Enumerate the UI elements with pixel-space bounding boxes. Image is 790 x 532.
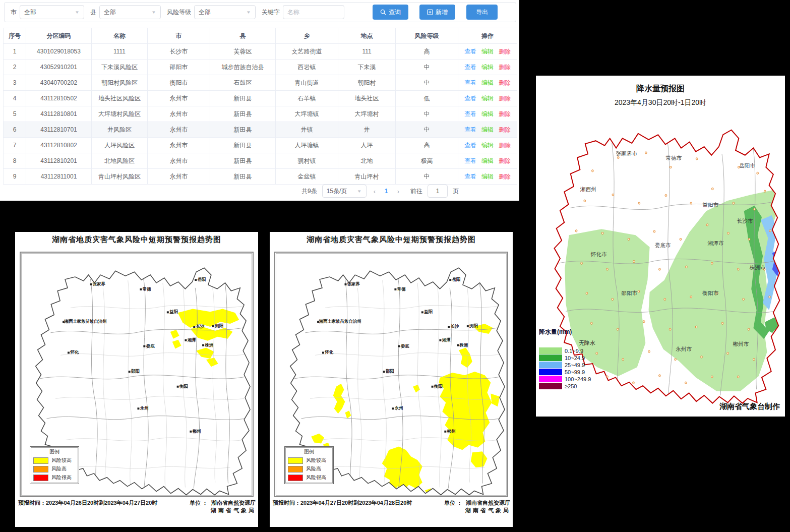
county-filter-select[interactable]: 全部 ▼ (99, 5, 161, 19)
trend-map-panel-2: 湖南省地质灾害气象风险中短期预警预报趋势图 张家界常德岳阳湘西土家族苗族自治州益… (270, 232, 513, 527)
trend-legend: 图例 风险较高风险高风险很高 (30, 446, 79, 484)
search-button[interactable]: 查询 (373, 5, 408, 20)
city-label: 常德市 (666, 155, 682, 161)
city-label: 湘西土家族苗族自治州 (319, 319, 361, 324)
city-marker (394, 288, 396, 290)
add-button[interactable]: 新增 (419, 5, 455, 20)
station-marker (711, 188, 713, 190)
station-marker (645, 152, 647, 154)
current-page[interactable]: 1 (383, 188, 390, 195)
unit-line2: 湖南省气象局 (465, 507, 511, 514)
cell-code: 43040700202 (26, 75, 92, 91)
edit-link[interactable]: 编辑 (481, 79, 494, 86)
city-marker (143, 345, 145, 347)
legend-swatch (288, 466, 303, 472)
view-link[interactable]: 查看 (464, 173, 476, 180)
goto-page-input[interactable] (428, 185, 448, 198)
station-marker (628, 238, 630, 240)
station-marker (696, 158, 698, 160)
edit-link[interactable]: 编辑 (481, 64, 494, 71)
view-link[interactable]: 查看 (464, 95, 476, 102)
prev-page-button[interactable]: ‹ (372, 188, 378, 195)
legend-swatch (33, 466, 48, 472)
cell-place: 下未溪 (338, 60, 396, 75)
trend-map-box: 张家界常德岳阳湘西土家族苗族自治州益阳长沙浏阳湘潭株洲娄底怀化邵阳衡阳永州郴州 … (20, 252, 254, 497)
view-link[interactable]: 查看 (464, 142, 476, 149)
risk-level-filter-select[interactable]: 全部 ▼ (194, 5, 256, 19)
legend-title: 图例 (288, 448, 330, 455)
city-label: 浏阳 (214, 323, 223, 328)
goto-page-suffix: 页 (453, 187, 459, 196)
delete-link[interactable]: 删除 (499, 142, 511, 149)
delete-link[interactable]: 删除 (499, 126, 511, 133)
station-marker (769, 296, 771, 298)
export-button[interactable]: 导出 (466, 5, 498, 20)
precip-map-title: 降水量预报图 (536, 76, 785, 94)
view-link[interactable]: 查看 (464, 110, 476, 117)
delete-link[interactable]: 删除 (499, 64, 511, 71)
legend-label: 50~99.9 (565, 369, 585, 375)
edit-link[interactable]: 编辑 (481, 110, 494, 117)
precip-legend-title: 降水量(mm) (539, 328, 599, 336)
legend-label: 风险很高 (306, 474, 326, 481)
edit-link[interactable]: 编辑 (481, 173, 494, 180)
trend-map-title: 湖南省地质灾害气象风险中短期预警预报趋势图 (270, 232, 513, 245)
city-label: 永州 (394, 405, 403, 410)
city-marker (140, 288, 142, 290)
risk-level-filter-label: 风险等级 (167, 8, 191, 17)
city-filter-select[interactable]: 全部 ▼ (20, 5, 84, 19)
city-marker (449, 279, 451, 281)
city-label: 娄底 (401, 343, 409, 348)
delete-link[interactable]: 删除 (499, 79, 511, 86)
city-marker (432, 386, 434, 388)
cell-town: 井镇 (276, 122, 338, 138)
cell-actions: 查看编辑删除 (458, 44, 517, 60)
column-header: 地点 (338, 28, 396, 44)
keyword-input[interactable] (287, 9, 340, 16)
precip-legend: 降水量(mm) 无降水0.1~9.910~24.925~49.950~99.91… (539, 328, 599, 389)
view-link[interactable]: 查看 (464, 157, 476, 164)
view-link[interactable]: 查看 (464, 126, 476, 133)
table-row: 743112810802人坪风险区永州市新田县人坪塘镇人坪高查看编辑删除 (4, 138, 517, 153)
delete-link[interactable]: 删除 (499, 95, 511, 102)
edit-link[interactable]: 编辑 (481, 157, 494, 164)
legend-swatch (539, 383, 562, 389)
edit-link[interactable]: 编辑 (481, 126, 494, 133)
cell-town: 西岩镇 (276, 60, 338, 75)
city-label: 永州 (140, 405, 149, 410)
city-marker (444, 431, 446, 433)
edit-link[interactable]: 编辑 (481, 142, 494, 149)
delete-link[interactable]: 删除 (499, 48, 511, 55)
station-marker (737, 376, 739, 378)
view-link[interactable]: 查看 (464, 48, 476, 55)
table-row: 443112810502地头社区风险区永州市新田县石羊镇地头社区低查看编辑删除 (4, 91, 517, 106)
city-label: 怀化 (70, 349, 79, 354)
keyword-filter-label: 关键字 (262, 8, 280, 17)
delete-link[interactable]: 删除 (499, 157, 511, 164)
view-link[interactable]: 查看 (464, 64, 476, 71)
cell-seq: 2 (4, 60, 26, 75)
legend-label: 风险较高 (51, 457, 72, 464)
station-marker (648, 350, 650, 352)
city-label: 益阳 (169, 309, 178, 314)
legend-item: 风险较高 (33, 457, 76, 464)
city-label: 湘潭市 (707, 240, 724, 246)
station-marker (764, 190, 766, 192)
station-marker (690, 202, 692, 204)
delete-link[interactable]: 删除 (499, 173, 511, 180)
city-marker (167, 311, 169, 313)
station-marker (659, 268, 661, 270)
legend-label: 25~49.9 (565, 362, 585, 368)
view-link[interactable]: 查看 (464, 79, 476, 86)
column-header: 风险等级 (396, 28, 458, 44)
cell-name: 大坪塘村风险区 (92, 106, 148, 122)
delete-link[interactable]: 删除 (499, 110, 511, 117)
legend-swatch (539, 354, 562, 361)
cell-county: 新田县 (210, 138, 276, 153)
page-size-select[interactable]: 15条/页 ▼ (322, 185, 367, 198)
edit-link[interactable]: 编辑 (481, 95, 494, 102)
cell-risk: 高 (396, 44, 458, 60)
edit-link[interactable]: 编辑 (481, 48, 494, 55)
legend-label: 风险很高 (51, 474, 72, 481)
next-page-button[interactable]: › (395, 188, 401, 195)
